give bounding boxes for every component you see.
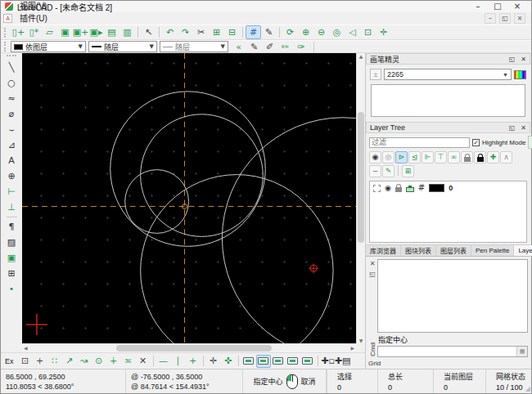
zoom-auto-button[interactable]: ◎ <box>329 25 345 39</box>
snap-center-button[interactable]: ⊙ <box>92 355 106 368</box>
view-mode-5-button[interactable] <box>300 355 315 368</box>
pen-wizard-add-button[interactable]: ± <box>370 69 381 80</box>
new-from-template-button[interactable]: ▯* <box>26 25 42 39</box>
document-icon[interactable]: A <box>3 14 12 23</box>
redo-button[interactable]: ↷ <box>178 25 193 39</box>
tab-layer-tree[interactable]: Layer Tree <box>514 245 532 256</box>
restrict-nothing-button[interactable]: + <box>186 355 201 368</box>
edit-layer-button[interactable]: ✎ <box>382 165 394 177</box>
tab-pen-palette[interactable]: Pen Palette <box>471 245 514 256</box>
toolbar-grip[interactable] <box>4 28 8 38</box>
redraw-button[interactable]: ⟳ <box>282 25 298 39</box>
scroll-down-icon[interactable]: ▼ <box>357 338 365 343</box>
layer-name[interactable]: 0 <box>449 184 453 192</box>
mdi-minimize-button[interactable]: – <box>485 13 496 24</box>
set-relative-zero-button[interactable]: ✛ <box>206 355 221 368</box>
printer-icon[interactable] <box>406 187 414 192</box>
layers-hide-all-button[interactable]: ◎ <box>382 151 394 163</box>
layers-link-button[interactable]: ∞ <box>448 151 460 163</box>
print-preview-button[interactable]: ▥ <box>119 25 135 39</box>
export-button[interactable]: ▣▸ <box>88 25 104 39</box>
menu-plugins[interactable]: 插件(U) <box>14 12 55 25</box>
eye-icon[interactable]: ◉ <box>385 185 391 192</box>
tool-point-button[interactable]: • <box>3 281 20 297</box>
snap-middle-button[interactable]: ∔ <box>106 355 121 368</box>
layer-list[interactable]: ◉ # 0 <box>369 181 527 243</box>
zoom-previous-button[interactable]: ◁ <box>345 25 360 39</box>
close-panel-icon[interactable]: ✕ <box>521 124 526 132</box>
lock-relative-zero-button[interactable]: ✜ <box>221 355 236 368</box>
grid-toggle-button[interactable]: # <box>246 25 261 39</box>
tool-hatch-button[interactable]: ▨ <box>3 235 20 250</box>
kill-all-actions-button[interactable]: ↖ <box>141 25 156 39</box>
open-drawing-button[interactable]: ▱ <box>42 25 57 39</box>
tool-text-button[interactable]: A <box>3 153 20 168</box>
construction-grid-icon[interactable]: # <box>418 184 425 192</box>
save-drawing-button[interactable]: ▣ <box>57 25 73 39</box>
pen-wizard-combobox[interactable]: 2265 ▼ <box>384 69 512 80</box>
snap-free-button[interactable]: ⊡ <box>18 355 33 368</box>
command-input[interactable] <box>378 347 516 356</box>
save-as-button[interactable]: ▣+ <box>73 25 88 39</box>
pen-apply-button[interactable]: ✏ <box>277 41 293 52</box>
tool-ellipse-button[interactable]: ⌀ <box>3 106 20 122</box>
close-button[interactable]: × <box>507 1 527 12</box>
highlight-mode-checkbox[interactable]: ✓ <box>472 139 480 146</box>
draft-mode-button[interactable]: ✎ <box>261 25 277 39</box>
snap-grid-button[interactable]: + <box>33 355 47 368</box>
tool-arc-button[interactable]: ⌣ <box>3 122 20 137</box>
layer-settings-button[interactable]: ⚙ <box>528 136 532 149</box>
add-layer-button[interactable]: ✚ <box>487 151 499 163</box>
mdi-close-button[interactable]: × <box>514 13 525 24</box>
layers-collapse-button[interactable]: ⊴ <box>408 151 421 163</box>
snap-distance-button[interactable]: ≍ <box>121 355 136 368</box>
pen-linetype-combobox[interactable]: 随层 ▼ <box>160 41 228 52</box>
tool-dim-horizontal-button[interactable]: ⊢ <box>3 184 20 199</box>
vertical-scroll-handle[interactable] <box>358 112 364 243</box>
snap-intersection-button[interactable]: ✕ <box>136 355 151 368</box>
float-panel-icon[interactable]: ◱ <box>509 124 516 132</box>
layer-filter-input[interactable] <box>369 137 470 148</box>
close-panel-icon[interactable]: ✕ <box>521 56 526 63</box>
zoom-pan-button[interactable]: ✛ <box>376 25 391 39</box>
minimize-button[interactable]: – <box>468 1 488 12</box>
layers-unlock-all-button[interactable] <box>461 151 473 163</box>
new-drawing-button[interactable]: ▯+ <box>11 25 26 39</box>
pen-copy-button[interactable]: ✑ <box>293 41 309 52</box>
command-output[interactable] <box>377 259 528 333</box>
tab-block-list[interactable]: 图块列表 <box>401 245 436 256</box>
maximize-button[interactable]: □ <box>488 1 507 12</box>
tool-mtext-button[interactable]: ¶ <box>3 219 20 235</box>
scroll-up-icon[interactable]: ▲ <box>357 53 365 59</box>
print-button[interactable]: ▤ <box>104 25 119 39</box>
tab-library-browser[interactable]: 库浏览器 <box>366 245 401 256</box>
pen-wizard-list[interactable] <box>371 84 525 117</box>
view-mode-1-button[interactable] <box>241 355 256 368</box>
restrict-horizontal-button[interactable]: — <box>156 355 171 368</box>
snap-endpoint-button[interactable]: ↗ <box>62 355 77 368</box>
back-to-last-menu-button[interactable]: « <box>231 41 246 52</box>
layers-show-all-button[interactable]: ◉ <box>369 151 381 163</box>
paste-button[interactable]: ⊟ <box>224 25 240 39</box>
coord-widget-add-2-button[interactable]: ✚▤ <box>336 355 350 368</box>
tool-dim-vertical-button[interactable]: ⊥ <box>3 199 20 215</box>
horizontal-scrollbar[interactable]: ◀ ▶ <box>22 343 356 352</box>
zoom-window-button[interactable]: ⊡ <box>360 25 376 39</box>
horizontal-scroll-handle[interactable] <box>116 345 272 351</box>
lock-icon[interactable] <box>395 187 402 192</box>
vertical-scrollbar[interactable]: ▲ ▼ <box>356 53 365 343</box>
tool-circle-button[interactable]: ○ <box>3 75 20 91</box>
command-options-button[interactable]: ▦ <box>516 347 527 356</box>
float-panel-icon[interactable]: ◱ <box>509 56 516 63</box>
layers-expand-button[interactable]: ⊳ <box>395 151 408 163</box>
mdi-restore-button[interactable]: ◱ <box>499 13 511 24</box>
scroll-left-icon[interactable]: ◀ <box>24 344 28 352</box>
undo-button[interactable]: ↶ <box>162 25 178 39</box>
layers-match-header-button[interactable]: ⊩ <box>422 151 434 163</box>
float-panel-icon[interactable]: ◱ <box>369 271 376 278</box>
snap-on-entity-button[interactable]: ↝ <box>77 355 92 368</box>
layer-dialog-button[interactable]: ⊞ <box>402 165 414 177</box>
pen-pick-button[interactable]: ✎ <box>246 41 262 52</box>
tool-dim-radial-button[interactable]: ⊕ <box>3 168 20 184</box>
toolbar-grip[interactable] <box>7 55 16 58</box>
